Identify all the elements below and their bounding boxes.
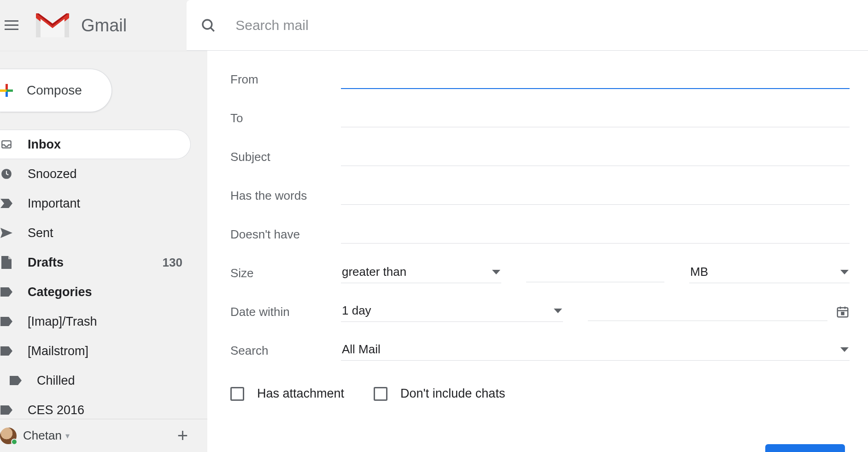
sidebar-item-snoozed[interactable]: Snoozed [0,159,207,189]
checkbox-icon [230,387,244,401]
date-within-label: Date within [230,305,341,319]
chat-user-name: Chetan [23,428,62,443]
brand-name: Gmail [81,16,127,36]
to-input[interactable] [341,109,850,127]
sidebar-item-categories[interactable]: Categories [0,277,207,307]
gmail-m-icon [36,13,69,37]
chevron-down-icon [840,347,849,352]
presence-indicator [11,439,18,445]
doesnt-have-label: Doesn't have [230,227,341,242]
to-label: To [230,111,341,125]
dont-include-chats-label: Don't include chats [400,387,505,401]
label-icon [0,346,13,356]
sidebar-item-important[interactable]: Important [0,189,207,218]
compose-plus-icon [0,84,13,97]
has-words-input[interactable] [341,186,850,205]
subject-label: Subject [230,150,341,164]
search-scope-select[interactable]: All Mail [341,340,850,361]
compose-button[interactable]: Compose [0,69,112,112]
from-label: From [230,72,341,87]
important-label-icon [0,199,13,208]
size-unit-value: MB [690,265,708,279]
sidebar-item-mailstrom[interactable]: [Mailstrom] [0,336,207,366]
chevron-down-icon [554,309,562,313]
sidebar-item-label: Snoozed [28,167,77,181]
sidebar-item-inbox[interactable]: Inbox [0,130,191,159]
size-operator-select[interactable]: greater than [341,263,501,283]
sidebar-item-imap-trash[interactable]: [Imap]/Trash [0,307,207,336]
size-operator-value: greater than [342,265,406,279]
chevron-down-icon[interactable]: ▾ [65,431,70,441]
svg-rect-1 [5,24,18,26]
sidebar-item-label: Inbox [28,137,61,152]
dont-include-chats-checkbox[interactable]: Don't include chats [374,387,505,401]
size-value-input[interactable] [526,264,664,282]
search-bar[interactable] [187,0,868,51]
date-within-select[interactable]: 1 day [341,302,563,322]
search-options-panel: From To Subject Has the words Doesn't ha… [207,51,868,452]
svg-point-8 [203,19,212,29]
chevron-down-icon [492,270,500,274]
sidebar-item-sent[interactable]: Sent [0,218,207,248]
label-icon [0,287,13,297]
sidebar-item-label: Important [28,196,80,211]
search-input[interactable] [235,18,868,33]
sent-icon [0,228,13,238]
label-icon [9,376,22,385]
draft-icon [0,256,13,269]
size-label: Size [230,266,341,280]
has-words-label: Has the words [230,189,341,203]
date-value-input[interactable] [588,303,827,321]
svg-rect-2 [5,29,18,30]
avatar [0,428,17,444]
drafts-count: 130 [163,256,182,270]
search-button[interactable]: Search [765,444,845,452]
svg-rect-10 [6,84,8,90]
top-bar: Gmail [0,0,868,51]
from-input[interactable] [341,70,850,89]
sidebar-item-drafts[interactable]: Drafts 130 [0,248,207,277]
subject-input[interactable] [341,148,850,166]
compose-label: Compose [27,83,82,98]
doesnt-have-input[interactable] [341,225,850,244]
has-attachment-label: Has attachment [257,387,344,401]
clock-icon [0,168,13,180]
hangouts-chat-row[interactable]: Chetan ▾ + [0,419,207,452]
sidebar-item-label: [Mailstrom] [28,344,88,358]
search-icon [200,18,216,33]
sidebar-item-label: [Imap]/Trash [28,315,97,329]
search-scope-label: Search [230,344,341,358]
hamburger-icon [5,20,18,30]
has-attachment-checkbox[interactable]: Has attachment [230,387,344,401]
checkbox-icon [374,387,387,401]
nav-list: Inbox Snoozed Important Sent Drafts [0,130,207,425]
sidebar: Compose Inbox Snoozed Important Sent [0,51,207,452]
chevron-down-icon [840,270,849,274]
new-chat-button[interactable]: + [177,425,188,446]
size-unit-select[interactable]: MB [689,263,850,283]
svg-rect-12 [0,89,6,92]
label-icon [0,405,13,415]
hamburger-menu-button[interactable] [0,14,23,37]
svg-rect-13 [6,89,13,92]
svg-rect-0 [5,20,18,22]
search-scope-value: All Mail [342,342,381,357]
inbox-icon [0,138,13,150]
sidebar-item-label: Categories [28,285,92,299]
calendar-icon[interactable] [836,305,850,319]
label-icon [0,317,13,326]
date-within-value: 1 day [342,303,371,318]
gmail-logo[interactable]: Gmail [36,13,127,37]
svg-line-9 [211,28,214,31]
sidebar-item-label: Sent [28,226,53,240]
sidebar-item-chilled[interactable]: Chilled [0,366,207,395]
sidebar-item-label: CES 2016 [28,403,84,417]
sidebar-item-label: Drafts [28,256,64,270]
svg-rect-20 [842,312,844,315]
sidebar-item-label: Chilled [37,374,75,388]
